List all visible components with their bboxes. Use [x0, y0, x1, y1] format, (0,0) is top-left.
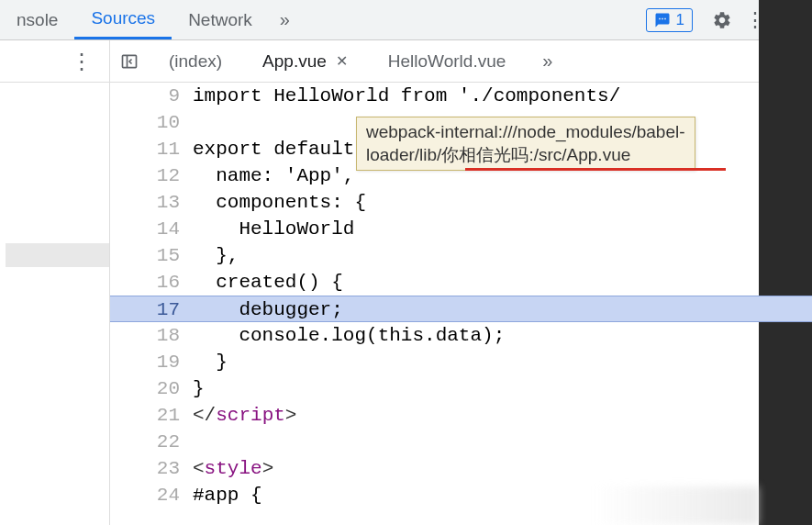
- line-number[interactable]: 14: [110, 216, 193, 242]
- line-number[interactable]: 9: [110, 83, 193, 109]
- issues-badge[interactable]: 1: [646, 8, 693, 32]
- chat-icon: [654, 12, 671, 28]
- sidebar-selected-item[interactable]: [6, 243, 109, 267]
- code-line-21: </script>: [193, 402, 812, 429]
- line-number[interactable]: 13: [110, 189, 193, 216]
- sources-toolbar: ⋮ (index) App.vue ✕ HelloWorld.vue »: [0, 40, 812, 83]
- line-number[interactable]: 17: [110, 296, 193, 321]
- navigator-controls: ⋮: [0, 40, 110, 82]
- line-number[interactable]: 16: [110, 269, 193, 296]
- more-file-tabs-icon[interactable]: »: [526, 50, 569, 72]
- tooltip-line-1: webpack-internal:///node_modules/babel-: [366, 121, 685, 144]
- code-line-22: [193, 429, 812, 455]
- red-underline-annotation: [465, 168, 726, 171]
- line-number[interactable]: 10: [110, 109, 193, 136]
- tab-overflow-icon[interactable]: »: [269, 9, 301, 30]
- code-line-15: },: [193, 242, 812, 269]
- line-number[interactable]: 20: [110, 375, 193, 402]
- show-navigator-button[interactable]: [110, 52, 149, 71]
- code-line-18: console.log(this.data);: [193, 322, 812, 349]
- tab-network[interactable]: Network: [172, 0, 269, 39]
- file-tabs: (index) App.vue ✕ HelloWorld.vue »: [149, 40, 812, 82]
- code-line-13: components: {: [193, 189, 812, 216]
- file-tab-index[interactable]: (index): [149, 40, 242, 82]
- line-number[interactable]: 24: [110, 482, 193, 508]
- line-number[interactable]: 18: [110, 322, 193, 349]
- line-number[interactable]: 21: [110, 402, 193, 429]
- line-number[interactable]: 12: [110, 162, 193, 189]
- navigator-menu-button[interactable]: ⋮: [71, 49, 93, 74]
- line-number[interactable]: 11: [110, 136, 193, 162]
- code-line-17: debugger;: [193, 296, 812, 321]
- devtools-main-tabs: nsole Sources Network » 1 ⋮: [0, 0, 812, 40]
- tab-console[interactable]: nsole: [0, 0, 74, 39]
- panel-left-icon: [120, 52, 139, 71]
- line-number[interactable]: 19: [110, 349, 193, 375]
- code-line-16: created() {: [193, 269, 812, 296]
- file-tab-label: App.vue: [262, 51, 327, 72]
- line-number[interactable]: 15: [110, 242, 193, 269]
- settings-button[interactable]: [706, 4, 739, 37]
- line-number[interactable]: 22: [110, 429, 193, 455]
- code-line-9: import HelloWorld from './components/: [193, 83, 812, 109]
- blur-overlay: [594, 486, 759, 525]
- gear-icon: [712, 10, 732, 30]
- tab-sources[interactable]: Sources: [74, 0, 172, 39]
- code-line-20: }: [193, 375, 812, 402]
- line-number[interactable]: 23: [110, 455, 193, 482]
- navigator-sidebar: [0, 83, 110, 525]
- highlighted-line: 17 debugger;: [110, 296, 812, 322]
- issues-count: 1: [676, 11, 684, 29]
- file-tab-helloworld-vue[interactable]: HelloWorld.vue: [368, 40, 526, 82]
- close-tab-icon[interactable]: ✕: [336, 52, 348, 70]
- tooltip-line-2: loader/lib/你相信光吗:/src/App.vue: [366, 144, 685, 167]
- file-path-tooltip: webpack-internal:///node_modules/babel- …: [356, 117, 695, 171]
- file-tab-app-vue[interactable]: App.vue ✕: [242, 40, 368, 82]
- code-line-23: <style>: [193, 455, 812, 482]
- code-line-14: HelloWorld: [193, 216, 812, 242]
- code-line-19: }: [193, 349, 812, 375]
